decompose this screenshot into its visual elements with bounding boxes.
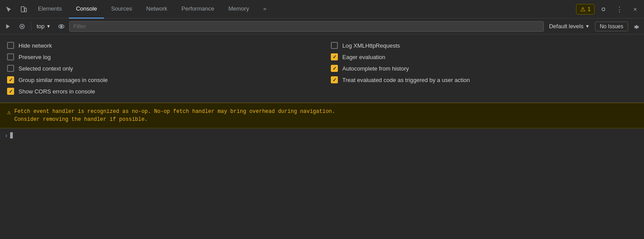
tab-performance[interactable]: Performance bbox=[174, 0, 221, 19]
chevron-down-icon: ▼ bbox=[46, 24, 51, 29]
separator bbox=[31, 22, 31, 31]
settings-left-col: Hide network Preserve log Selected conte… bbox=[7, 40, 313, 97]
eye-icon[interactable] bbox=[55, 20, 67, 33]
log-xmlhttp-label: Log XMLHttpRequests bbox=[342, 42, 400, 49]
warning-triangle-icon: ⚠ bbox=[580, 6, 586, 13]
preserve-log-label: Preserve log bbox=[19, 54, 51, 60]
autocomplete-label: Autocomplete from history bbox=[342, 65, 409, 72]
context-label: top bbox=[37, 23, 45, 30]
settings-panel: Hide network Preserve log Selected conte… bbox=[0, 34, 644, 103]
warning-line1: Fetch event handler is recognized as no-… bbox=[14, 108, 335, 116]
more-options-icon[interactable]: ⋮ bbox=[612, 2, 626, 16]
autocomplete-checkbox[interactable] bbox=[331, 65, 338, 72]
settings-icon[interactable] bbox=[596, 2, 610, 16]
svg-point-7 bbox=[60, 26, 62, 27]
selected-context-checkbox[interactable] bbox=[7, 65, 14, 72]
warning-count: 1 bbox=[588, 6, 591, 12]
group-similar-label: Group similar messages in console bbox=[19, 77, 108, 83]
console-prompt-icon: › bbox=[5, 132, 7, 139]
show-cors-label: Show CORS errors in console bbox=[19, 88, 95, 95]
eager-eval-checkbox[interactable] bbox=[331, 53, 338, 60]
treat-eval-label: Treat evaluated code as triggered by a u… bbox=[342, 77, 470, 83]
warning-message: ⚠ Fetch event handler is recognized as n… bbox=[0, 103, 644, 128]
context-selector[interactable]: top ▼ bbox=[34, 22, 53, 30]
preserve-log-checkbox[interactable] bbox=[7, 53, 14, 60]
checkbox-log-xmlhttp: Log XMLHttpRequests bbox=[331, 40, 637, 51]
checkbox-show-cors: Show CORS errors in console bbox=[7, 86, 313, 97]
checkbox-treat-eval: Treat evaluated code as triggered by a u… bbox=[331, 74, 637, 86]
toolbar: top ▼ Default levels ▼ No Issues bbox=[0, 19, 644, 34]
tab-sources[interactable]: Sources bbox=[104, 0, 139, 19]
levels-chevron-icon: ▼ bbox=[585, 24, 590, 29]
checkbox-autocomplete: Autocomplete from history bbox=[331, 63, 637, 74]
warning-inline-icon: ⚠ bbox=[7, 108, 11, 117]
show-cors-checkbox[interactable] bbox=[7, 88, 14, 95]
device-icon[interactable] bbox=[17, 2, 31, 16]
selected-context-label: Selected context only bbox=[19, 65, 73, 72]
warning-text: Fetch event handler is recognized as no-… bbox=[14, 108, 335, 123]
hide-network-checkbox[interactable] bbox=[7, 42, 14, 49]
tab-network[interactable]: Network bbox=[139, 0, 175, 19]
settings-gear-icon[interactable] bbox=[630, 20, 642, 33]
console-cursor bbox=[10, 132, 13, 138]
filter-input[interactable] bbox=[69, 21, 544, 32]
checkbox-preserve-log: Preserve log bbox=[7, 51, 313, 63]
tab-bar-right: ⚠ 1 ⋮ × bbox=[576, 2, 642, 16]
close-icon[interactable]: × bbox=[628, 2, 642, 16]
tab-elements[interactable]: Elements bbox=[31, 0, 69, 19]
svg-rect-1 bbox=[25, 8, 26, 12]
warning-line2: Consider removing the handler if possibl… bbox=[14, 116, 335, 123]
tab-console[interactable]: Console bbox=[69, 0, 104, 19]
tab-bar: Elements Console Sources Network Perform… bbox=[0, 0, 644, 19]
checkbox-selected-context: Selected context only bbox=[7, 63, 313, 74]
log-xmlhttp-checkbox[interactable] bbox=[331, 42, 338, 49]
checkbox-hide-network: Hide network bbox=[7, 40, 313, 51]
console-input-area[interactable]: › bbox=[0, 128, 644, 142]
hide-network-label: Hide network bbox=[19, 42, 52, 49]
play-icon[interactable] bbox=[2, 20, 14, 33]
no-issues-button[interactable]: No Issues bbox=[595, 22, 628, 31]
levels-label: Default levels bbox=[549, 23, 584, 30]
tab-more[interactable]: » bbox=[256, 0, 273, 19]
tab-bar-left bbox=[2, 2, 31, 16]
svg-marker-2 bbox=[6, 24, 10, 29]
treat-eval-checkbox[interactable] bbox=[331, 76, 338, 83]
warning-badge[interactable]: ⚠ 1 bbox=[576, 4, 595, 15]
settings-right-col: Log XMLHttpRequests Eager evaluation Aut… bbox=[331, 40, 637, 97]
cursor-icon[interactable] bbox=[2, 2, 16, 16]
group-similar-checkbox[interactable] bbox=[7, 76, 14, 83]
eager-eval-label: Eager evaluation bbox=[342, 54, 386, 60]
tab-memory[interactable]: Memory bbox=[221, 0, 256, 19]
settings-grid: Hide network Preserve log Selected conte… bbox=[7, 40, 637, 97]
tabs: Elements Console Sources Network Perform… bbox=[31, 0, 576, 19]
svg-rect-0 bbox=[21, 7, 24, 12]
levels-button[interactable]: Default levels ▼ bbox=[546, 22, 593, 31]
stop-icon[interactable] bbox=[16, 20, 28, 33]
checkbox-eager-eval: Eager evaluation bbox=[331, 51, 637, 63]
checkbox-group-similar: Group similar messages in console bbox=[7, 74, 313, 86]
